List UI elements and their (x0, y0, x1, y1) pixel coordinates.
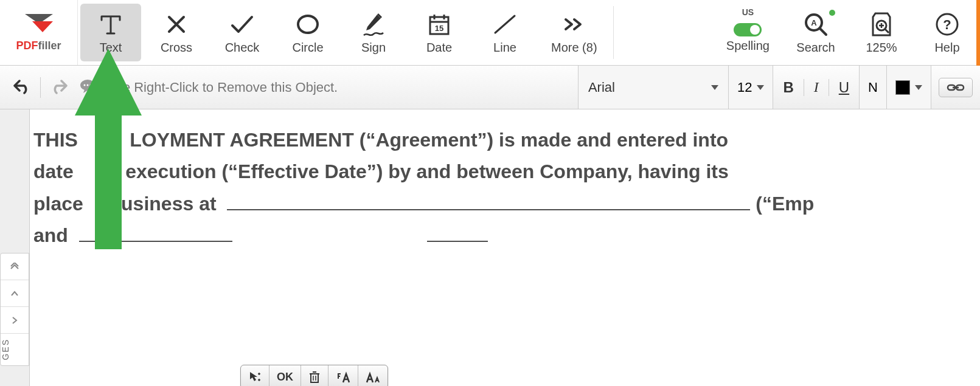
spelling-lang-label: US (742, 7, 754, 17)
color-picker-button[interactable] (887, 66, 931, 109)
check-tool-button[interactable]: Check (212, 4, 273, 61)
sign-icon (361, 10, 386, 38)
zoom-icon (869, 10, 894, 38)
svg-point-19 (84, 84, 86, 86)
link-icon (947, 82, 965, 93)
logo-text: PDFfiller (16, 40, 61, 52)
trash-icon (308, 370, 321, 384)
more-icon (562, 10, 586, 38)
svg-point-2 (298, 16, 318, 33)
field-floating-toolbar: OK (240, 365, 388, 386)
svg-point-21 (90, 84, 92, 86)
sign-tool-button[interactable]: Sign (343, 4, 404, 61)
dropdown-icon (711, 85, 718, 90)
secondary-toolbar: Use Right-Click to Remove this Object. A… (0, 66, 980, 109)
search-icon: A (803, 10, 829, 38)
hint-text: Use Right-Click to Remove this Object. (106, 80, 338, 95)
annotate-tools: Text Cross Check Circle Sign (78, 0, 611, 65)
font-size-select[interactable]: 12 (729, 66, 773, 109)
text-icon (98, 10, 123, 38)
link-button[interactable] (939, 78, 973, 97)
toolbar-divider (613, 6, 614, 59)
top-toolbar: PDFfiller Text Cross Check Circle (0, 0, 980, 66)
color-swatch-icon (895, 80, 910, 95)
undo-button[interactable] (12, 78, 30, 97)
normal-style-button[interactable]: N (859, 66, 887, 109)
logo[interactable]: PDFfiller (0, 0, 78, 65)
decrease-size-button[interactable] (358, 365, 387, 386)
calendar-icon: 15 (427, 10, 451, 38)
circle-tool-button[interactable]: Circle (277, 4, 338, 61)
dropdown-icon (757, 85, 764, 90)
underline-button[interactable]: U (829, 66, 859, 109)
font-size-value: 12 (737, 80, 752, 95)
move-field-button[interactable] (241, 365, 269, 386)
collapse-pages-button[interactable] (1, 253, 29, 280)
size-down-icon (366, 370, 380, 384)
date-tool-button[interactable]: 15 Date (409, 4, 470, 61)
svg-line-8 (495, 16, 515, 33)
italic-button[interactable]: I (804, 66, 829, 109)
svg-rect-25 (311, 374, 318, 382)
more-tools-button[interactable]: More (8) (540, 4, 608, 61)
search-button[interactable]: A Search (785, 4, 846, 61)
right-tools: US Spelling A Search 125% ? Help (713, 0, 980, 65)
circle-icon (295, 10, 321, 38)
pages-panel: GES (0, 253, 29, 366)
spelling-button[interactable]: US Spelling (715, 4, 780, 61)
comment-icon[interactable] (78, 78, 97, 97)
notification-dot-icon (829, 10, 835, 16)
dropdown-icon (915, 85, 922, 90)
delete-field-button[interactable] (301, 365, 328, 386)
font-name: Arial (588, 80, 615, 95)
zoom-button[interactable]: 125% (851, 4, 912, 61)
svg-text:15: 15 (435, 24, 443, 33)
move-cursor-icon (248, 370, 262, 384)
font-select[interactable]: Arial (578, 66, 729, 109)
pdffiller-logo-icon (24, 13, 54, 37)
prev-page-button[interactable] (1, 280, 29, 307)
svg-text:?: ? (943, 17, 951, 32)
ok-button[interactable]: OK (269, 365, 301, 386)
bold-button[interactable]: B (773, 66, 803, 109)
svg-text:A: A (811, 18, 817, 27)
cross-tool-button[interactable]: Cross (146, 4, 207, 61)
spelling-toggle-icon (734, 23, 762, 36)
document-text: THISXXXXLOYMENT AGREEMENT (“Agreement”) … (33, 124, 980, 252)
redo-button[interactable] (50, 78, 69, 97)
size-up-icon (336, 370, 350, 384)
svg-point-20 (87, 84, 89, 86)
svg-line-15 (885, 29, 889, 33)
help-icon: ? (934, 10, 960, 38)
document-area: THISXXXXLOYMENT AGREEMENT (“Agreement”) … (0, 109, 980, 386)
line-icon (492, 10, 518, 38)
text-tool-button[interactable]: Text (80, 4, 141, 61)
check-icon (229, 10, 255, 38)
done-button-edge[interactable] (976, 0, 980, 66)
next-page-button[interactable] (1, 307, 29, 334)
svg-marker-1 (32, 21, 53, 32)
help-button[interactable]: ? Help (917, 4, 978, 61)
sec-divider (40, 77, 41, 98)
cross-icon (164, 10, 189, 38)
svg-line-10 (820, 29, 826, 35)
increase-size-button[interactable] (328, 365, 358, 386)
line-tool-button[interactable]: Line (474, 4, 535, 61)
pages-label: GES (1, 334, 29, 365)
document-page[interactable]: THISXXXXLOYMENT AGREEMENT (“Agreement”) … (29, 109, 980, 386)
